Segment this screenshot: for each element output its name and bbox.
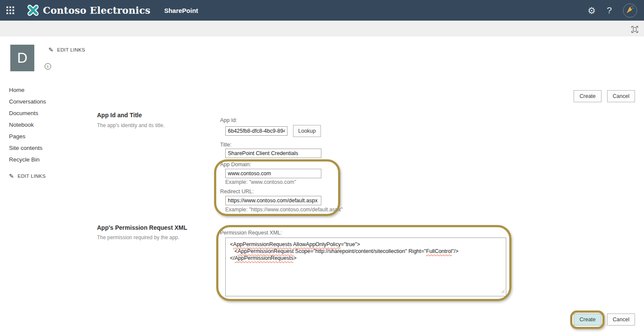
app-domain-input[interactable] (225, 169, 321, 178)
xml-line: <AppPermissionRequest Scope="http://shar… (230, 248, 502, 255)
nav-item-documents[interactable]: Documents (9, 107, 46, 119)
suite-bar: Contoso Electronics SharePoint ⚙ ? (0, 0, 644, 21)
info-icon[interactable]: i (45, 63, 51, 70)
pencil-icon: ✎ (48, 47, 54, 53)
nav-item-pages[interactable]: Pages (9, 131, 46, 142)
xml-line: </AppPermissionRequests> (230, 255, 502, 262)
lookup-button[interactable]: Lookup (293, 125, 321, 137)
nav-item-conversations[interactable]: Conversations (9, 96, 46, 107)
product-name[interactable]: SharePoint (164, 7, 198, 14)
create-button-top[interactable]: Create (574, 90, 602, 102)
section-desc-app-id: The app's identity and its title. (97, 122, 165, 128)
command-bar (0, 21, 644, 37)
cancel-button-bottom[interactable]: Cancel (607, 314, 635, 326)
party-popper-icon (626, 5, 635, 16)
title-label: Title: (220, 142, 232, 148)
app-id-label: App Id: (220, 117, 237, 123)
edit-links-label: EDIT LINKS (18, 174, 45, 179)
user-avatar[interactable] (623, 3, 637, 18)
app-domain-example: Example: "www.contoso.com" (225, 179, 296, 185)
edit-links-top[interactable]: ✎ EDIT LINKS (48, 47, 85, 53)
contoso-pinwheel-icon (26, 3, 40, 18)
xml-line: <AppPermissionRequests AllowAppOnlyPolic… (230, 241, 502, 248)
nav-item-recycle-bin[interactable]: Recycle Bin (9, 154, 46, 165)
edit-links-label: EDIT LINKS (57, 47, 85, 52)
redirect-url-example: Example: "https://www.contoso.com/defaul… (225, 207, 343, 213)
permission-xml-label: Permission Request XML: (220, 230, 282, 236)
edit-links-bottom[interactable]: ✎ EDIT LINKS (9, 173, 45, 179)
section-title-permission-xml: App's Permission Request XML (97, 224, 187, 231)
app-id-input[interactable] (225, 126, 287, 136)
appregnew-page: Contoso Electronics SharePoint ⚙ ? (0, 0, 644, 335)
brand-logo[interactable]: Contoso Electronics (26, 3, 151, 18)
nav-item-home[interactable]: Home (9, 84, 46, 96)
left-nav: Home Conversations Documents Notebook Pa… (9, 84, 46, 165)
section-title-app-id: App Id and Title (97, 112, 142, 119)
redirect-url-input[interactable] (225, 196, 321, 205)
permission-xml-textarea[interactable]: <AppPermissionRequests AllowAppOnlyPolic… (225, 238, 506, 296)
textarea-resize-handle[interactable] (501, 288, 505, 295)
section-desc-permission-xml: The permission required by the app. (97, 234, 179, 241)
cancel-button-top[interactable]: Cancel (607, 90, 635, 102)
app-launcher-icon[interactable] (6, 6, 14, 14)
app-domain-label: App Domain: (220, 161, 251, 168)
nav-item-site-contents[interactable]: Site contents (9, 142, 46, 154)
help-icon[interactable]: ? (607, 5, 612, 15)
pencil-icon: ✎ (9, 173, 14, 179)
focus-mode-icon[interactable] (631, 26, 638, 33)
nav-item-notebook[interactable]: Notebook (9, 119, 46, 131)
title-input[interactable] (225, 149, 321, 158)
create-button-bottom[interactable]: Create (574, 314, 602, 326)
settings-gear-icon[interactable]: ⚙ (587, 6, 596, 15)
site-logo[interactable]: D (10, 45, 34, 71)
redirect-url-label: Redirect URL: (220, 189, 254, 195)
brand-name: Contoso Electronics (43, 5, 151, 16)
